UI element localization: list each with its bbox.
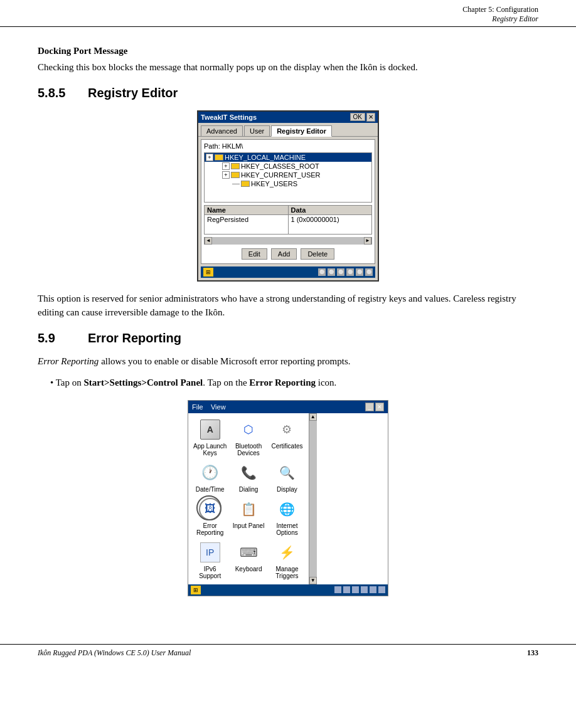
tweakit-scrollbar[interactable]: ◄ ► (204, 237, 372, 245)
cp-icon-keyboard: ⌨ (237, 541, 260, 564)
tab-user[interactable]: User (244, 125, 270, 136)
cp-item-error-reporting[interactable]: 🖼 ErrorReporting (193, 498, 227, 536)
footer-page-number: 133 (527, 648, 538, 658)
cp-close-button[interactable]: ✕ (375, 403, 384, 411)
start-button[interactable]: ⊞ (203, 268, 213, 277)
taskbar-icon-3: ⚪ (337, 268, 344, 276)
section-585-label: Registry Editor (88, 86, 178, 100)
grid-col-name: Name (205, 206, 289, 214)
grid-cell-data-0: 1 (0x00000001) (289, 215, 372, 224)
cp-label-bluetooth: BluetoothDevices (235, 443, 262, 456)
taskbar-icon-5: ⚪ (356, 268, 363, 276)
datetime-icon: 🕐 (200, 463, 220, 483)
cp-label-ipv6: IPv6Support (199, 566, 221, 579)
bluetooth-icon: ⬡ (238, 419, 259, 440)
instruction-bold-icon: Error Reporting (249, 377, 316, 388)
cp-scroll-track (309, 421, 317, 577)
tree-expand-hkcr[interactable]: + (222, 162, 230, 170)
ipv6-icon: IP (200, 542, 220, 562)
grid-row-0[interactable]: RegPersisted 1 (0x00000001) (205, 215, 371, 224)
error-reporting-italic: Error Reporting (38, 356, 99, 366)
cp-titlebar: File View _ ✕ (188, 401, 388, 413)
page-footer: Ikôn Rugged PDA (Windows CE 5.0) User Ma… (0, 644, 576, 662)
tweakit-tabs: Advanced User Registry Editor (198, 123, 378, 137)
cp-label-internet-options: InternetOptions (276, 522, 297, 536)
cp-item-datetime[interactable]: 🕐 Date/Time (193, 462, 227, 493)
scrollbar-right-btn[interactable]: ► (364, 237, 371, 245)
registry-note: This option is reserved for senior admin… (38, 292, 538, 320)
header-chapter: Chapter 5: Configuration (38, 5, 538, 14)
tweakit-tree: + HKEY_LOCAL_MACHINE + HKEY_CLASSES_ROOT… (204, 152, 372, 203)
tweakit-title: TweakIT Settings (201, 113, 257, 121)
cp-item-keyboard[interactable]: ⌨ Keyboard (232, 541, 265, 579)
section-585-heading: 5.8.5 Registry Editor (38, 86, 538, 100)
tree-expand-hklm[interactable]: + (206, 154, 213, 161)
cp-item-internet-options[interactable]: 🌐 InternetOptions (270, 498, 304, 536)
taskbar-icon-4: ⚪ (346, 268, 354, 276)
tweakit-ok-button[interactable]: OK (350, 113, 365, 121)
edit-button[interactable]: Edit (242, 248, 267, 260)
cp-taskbar-icons (334, 586, 385, 593)
cp-icon-dialing: 📞 (237, 462, 260, 484)
cp-scroll-up[interactable]: ▲ (309, 413, 317, 421)
tweakit-grid-header: Name Data (205, 206, 371, 215)
tab-registry-editor[interactable]: Registry Editor (271, 125, 332, 137)
cp-label-display: Display (277, 486, 297, 493)
tree-item-hkcu[interactable]: + HKEY_CURRENT_USER (205, 171, 371, 179)
tree-label-hkcr: HKEY_CLASSES_ROOT (241, 162, 319, 170)
cp-item-certificates[interactable]: ⚙ Certificates (270, 418, 304, 456)
cp-icon-ipv6: IP (199, 541, 221, 564)
add-button[interactable]: Add (271, 248, 297, 260)
cp-item-dialing[interactable]: 📞 Dialing (232, 462, 265, 493)
tree-label-hkcu: HKEY_CURRENT_USER (241, 171, 321, 179)
cp-start-button[interactable]: ⊞ (191, 586, 201, 594)
cp-icon-internet-options: 🌐 (275, 498, 298, 520)
internet-options-icon: 🌐 (277, 499, 297, 519)
tweakit-close-button[interactable]: ✕ (366, 113, 375, 122)
section-59-label: Error Reporting (88, 331, 181, 346)
cp-item-ipv6[interactable]: IP IPv6Support (193, 541, 227, 579)
cp-item-app-launch[interactable]: A App LaunchKeys (193, 418, 227, 456)
instruction-bold-path: Start>Settings>Control Panel (84, 377, 203, 388)
cp-item-manage-triggers[interactable]: ⚡ ManageTriggers (270, 541, 304, 579)
delete-button[interactable]: Delete (301, 248, 334, 260)
cp-label-input-panel: Input Panel (233, 522, 265, 529)
cp-icon-app-launch: A (199, 418, 221, 441)
cp-label-dialing: Dialing (239, 486, 259, 493)
tree-item-hku[interactable]: HKEY_USERS (205, 179, 371, 188)
taskbar-icons: ⚪ ⚪ ⚪ ⚪ ⚪ ⚪ (318, 268, 373, 276)
cp-label-datetime: Date/Time (196, 486, 225, 493)
input-panel-icon: 📋 (238, 499, 259, 519)
cp-taskbar-icon-1 (334, 586, 341, 593)
cp-scroll-down[interactable]: ▼ (309, 577, 317, 584)
cp-taskbar-icon-4 (361, 586, 368, 593)
page-header: Chapter 5: Configuration Registry Editor (0, 0, 576, 27)
dialing-icon: 📞 (238, 463, 259, 483)
scrollbar-left-btn[interactable]: ◄ (205, 237, 212, 245)
tree-item-hklm[interactable]: + HKEY_LOCAL_MACHINE (205, 153, 371, 162)
tree-expand-hkcu[interactable]: + (222, 171, 230, 179)
certificates-icon: ⚙ (277, 419, 297, 440)
docking-body: Checking this box blocks the message tha… (38, 60, 538, 75)
cp-icons-grid: A App LaunchKeys ⬡ BluetoothDevices (188, 413, 309, 584)
tweakit-titlebar: TweakIT Settings OK ✕ (198, 112, 378, 123)
cp-min-button[interactable]: _ (365, 403, 374, 411)
tree-label-hklm: HKEY_LOCAL_MACHINE (225, 154, 306, 161)
control-panel-screenshot: File View _ ✕ A App LaunchKeys (38, 400, 538, 596)
tweakit-path: Path: HKLM\ (204, 142, 372, 150)
cp-icon-input-panel: 📋 (237, 498, 260, 520)
tree-item-hkcr[interactable]: + HKEY_CLASSES_ROOT (205, 162, 371, 171)
grid-row-empty (205, 224, 371, 234)
cp-item-input-panel[interactable]: 📋 Input Panel (232, 498, 265, 536)
docking-title: Docking Port Message (38, 46, 538, 56)
taskbar-icon-1: ⚪ (318, 268, 326, 276)
cp-icon-datetime: 🕐 (199, 462, 221, 484)
keyboard-icon: ⌨ (238, 542, 259, 562)
error-reporting-instruction: Tap on Start>Settings>Control Panel. Tap… (50, 376, 538, 390)
tweakit-data-grid: Name Data RegPersisted 1 (0x00000001) (204, 205, 372, 235)
cp-item-bluetooth[interactable]: ⬡ BluetoothDevices (232, 418, 265, 456)
cp-scrollbar[interactable]: ▲ ▼ (309, 413, 316, 584)
tab-advanced[interactable]: Advanced (201, 125, 243, 136)
cp-icon-error: 🖼 (199, 498, 221, 520)
cp-item-display[interactable]: 🔍 Display (270, 462, 304, 493)
